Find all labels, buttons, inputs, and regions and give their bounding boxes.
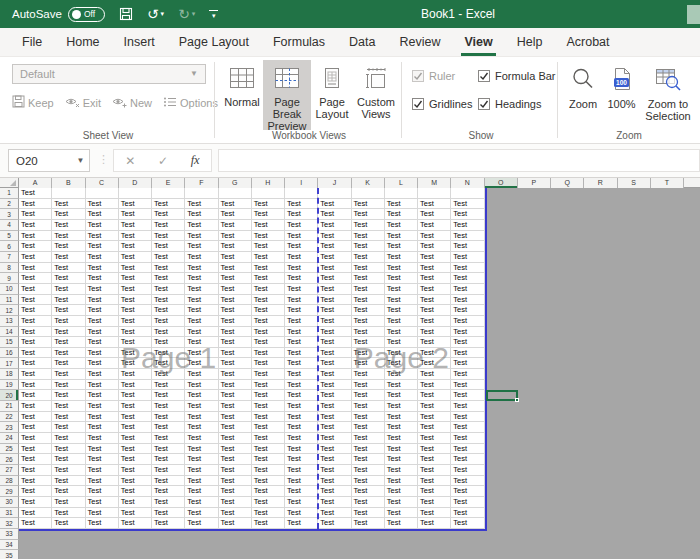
cell-K10[interactable]: Test: [352, 284, 385, 295]
cell-G5[interactable]: Test: [219, 231, 252, 242]
cell-D22[interactable]: Test: [119, 412, 152, 423]
cell-M13[interactable]: Test: [418, 316, 451, 327]
cell-A4[interactable]: Test: [19, 220, 52, 231]
selected-cell-O20[interactable]: [486, 390, 518, 401]
cell-C6[interactable]: Test: [86, 241, 119, 252]
cell-D11[interactable]: Test: [119, 295, 152, 306]
cell-F6[interactable]: Test: [185, 241, 218, 252]
cell-F32[interactable]: Test: [185, 518, 218, 529]
tab-acrobat[interactable]: Acrobat: [554, 28, 621, 56]
cell-N22[interactable]: Test: [451, 412, 484, 423]
cell-H7[interactable]: Test: [252, 252, 285, 263]
cell-D23[interactable]: Test: [119, 422, 152, 433]
cell-N5[interactable]: Test: [451, 231, 484, 242]
cell-L9[interactable]: Test: [385, 273, 418, 284]
cell-G28[interactable]: Test: [219, 476, 252, 487]
cell-L4[interactable]: Test: [385, 220, 418, 231]
cell-E24[interactable]: Test: [152, 433, 185, 444]
tab-file[interactable]: File: [10, 28, 54, 56]
row-header-21[interactable]: 21: [0, 401, 19, 412]
cell-A13[interactable]: Test: [19, 316, 52, 327]
cell-G10[interactable]: Test: [219, 284, 252, 295]
cell-C8[interactable]: Test: [86, 263, 119, 274]
cell-G8[interactable]: Test: [219, 263, 252, 274]
cell-L29[interactable]: Test: [385, 486, 418, 497]
column-header-F[interactable]: F: [185, 178, 218, 188]
cell-B24[interactable]: Test: [52, 433, 85, 444]
row-header-17[interactable]: 17: [0, 358, 19, 369]
cell-G16[interactable]: Test: [219, 348, 252, 359]
cell-I32[interactable]: Test: [285, 518, 318, 529]
cell-B26[interactable]: Test: [52, 454, 85, 465]
row-header-2[interactable]: 2: [0, 199, 19, 210]
cell-H26[interactable]: Test: [252, 454, 285, 465]
cell-K3[interactable]: Test: [352, 209, 385, 220]
cell-G22[interactable]: Test: [219, 412, 252, 423]
cell-H21[interactable]: Test: [252, 401, 285, 412]
cell-F19[interactable]: Test: [185, 380, 218, 391]
cell-I24[interactable]: Test: [285, 433, 318, 444]
cell-J15[interactable]: Test: [318, 337, 351, 348]
cell-K5[interactable]: Test: [352, 231, 385, 242]
customize-qat-icon[interactable]: ▾: [209, 10, 218, 19]
cell-F9[interactable]: Test: [185, 273, 218, 284]
cell-C9[interactable]: Test: [86, 273, 119, 284]
cell-H13[interactable]: Test: [252, 316, 285, 327]
cell-K8[interactable]: Test: [352, 263, 385, 274]
enter-icon[interactable]: ✓: [158, 154, 168, 168]
cell-L6[interactable]: Test: [385, 241, 418, 252]
cell-J17[interactable]: Test: [318, 358, 351, 369]
cell-H3[interactable]: Test: [252, 209, 285, 220]
cell-K1[interactable]: [352, 188, 385, 199]
cell-E8[interactable]: Test: [152, 263, 185, 274]
cell-F4[interactable]: Test: [185, 220, 218, 231]
cell-F27[interactable]: Test: [185, 465, 218, 476]
cell-D7[interactable]: Test: [119, 252, 152, 263]
row-header-28[interactable]: 28: [0, 476, 19, 487]
cell-C31[interactable]: Test: [86, 508, 119, 519]
cell-D27[interactable]: Test: [119, 465, 152, 476]
cell-G25[interactable]: Test: [219, 444, 252, 455]
cell-B3[interactable]: Test: [52, 209, 85, 220]
page-layout-button[interactable]: Page Layout: [311, 60, 353, 130]
cell-C28[interactable]: Test: [86, 476, 119, 487]
cell-A10[interactable]: Test: [19, 284, 52, 295]
cell-N1[interactable]: [451, 188, 484, 199]
cell-F22[interactable]: Test: [185, 412, 218, 423]
cell-N21[interactable]: Test: [451, 401, 484, 412]
cell-M25[interactable]: Test: [418, 444, 451, 455]
column-header-S[interactable]: S: [618, 178, 651, 188]
cell-H28[interactable]: Test: [252, 476, 285, 487]
cell-J4[interactable]: Test: [318, 220, 351, 231]
cell-I14[interactable]: Test: [285, 327, 318, 338]
cell-C19[interactable]: Test: [86, 380, 119, 391]
cell-I28[interactable]: Test: [285, 476, 318, 487]
cell-A16[interactable]: Test: [19, 348, 52, 359]
cell-L3[interactable]: Test: [385, 209, 418, 220]
cell-D5[interactable]: Test: [119, 231, 152, 242]
cell-K12[interactable]: Test: [352, 305, 385, 316]
row-header-8[interactable]: 8: [0, 263, 19, 274]
cell-K7[interactable]: Test: [352, 252, 385, 263]
column-header-P[interactable]: P: [518, 178, 551, 188]
row-header-10[interactable]: 10: [0, 284, 19, 295]
cell-H18[interactable]: Test: [252, 369, 285, 380]
cell-J16[interactable]: Test: [318, 348, 351, 359]
cell-K28[interactable]: Test: [352, 476, 385, 487]
cell-E19[interactable]: Test: [152, 380, 185, 391]
cell-J26[interactable]: Test: [318, 454, 351, 465]
column-header-N[interactable]: N: [451, 178, 484, 188]
cell-L20[interactable]: Test: [385, 390, 418, 401]
cell-N27[interactable]: Test: [451, 465, 484, 476]
cell-N18[interactable]: Test: [451, 369, 484, 380]
cell-C2[interactable]: Test: [86, 199, 119, 210]
cell-L21[interactable]: Test: [385, 401, 418, 412]
cell-B12[interactable]: Test: [52, 305, 85, 316]
row-header-33[interactable]: 33: [0, 529, 19, 540]
checkbox-gridlines[interactable]: Gridlines: [412, 98, 472, 110]
cell-E7[interactable]: Test: [152, 252, 185, 263]
cell-H2[interactable]: Test: [252, 199, 285, 210]
cell-G32[interactable]: Test: [219, 518, 252, 529]
cell-J28[interactable]: Test: [318, 476, 351, 487]
custom-views-button[interactable]: Custom Views: [353, 60, 399, 130]
